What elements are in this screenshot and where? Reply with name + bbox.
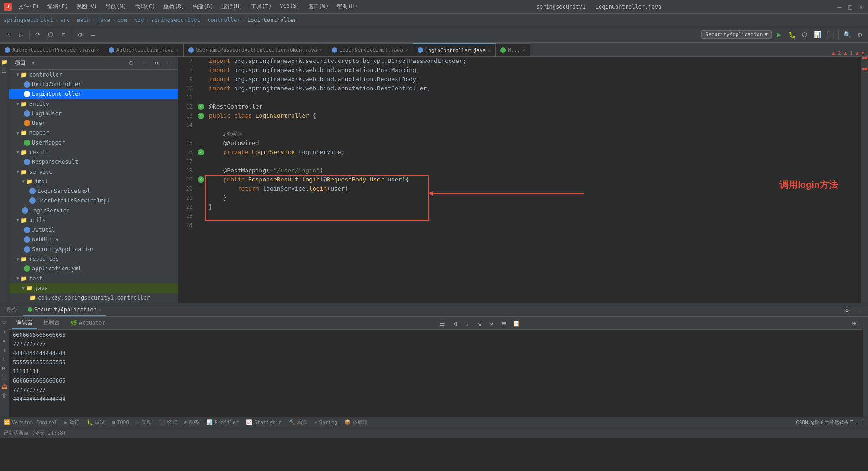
menu-vcs[interactable]: VCS(S) bbox=[276, 2, 303, 11]
menu-navigate[interactable]: 导航(N) bbox=[102, 2, 130, 11]
tree-item-test[interactable]: ▼ 📁 test bbox=[9, 274, 178, 283]
menu-file[interactable]: 文件(F) bbox=[15, 2, 43, 11]
tree-item-utils[interactable]: ▼ 📁 utils bbox=[9, 215, 178, 225]
debug-settings-btn[interactable]: ⚙ bbox=[842, 305, 852, 316]
menu-view[interactable]: 视图(V) bbox=[73, 2, 101, 11]
tree-item-responseresult[interactable]: ResponseResult bbox=[9, 157, 178, 167]
tree-item-entity[interactable]: ▼ 📁 entity bbox=[9, 99, 178, 109]
tree-item-webutils[interactable]: WebUtils bbox=[9, 235, 178, 244]
menu-build[interactable]: 构建(B) bbox=[189, 2, 217, 11]
tree-item-java[interactable]: ▼ 📁 java bbox=[9, 283, 178, 293]
tab-logincontroller[interactable]: LoginController.java ✕ bbox=[413, 43, 496, 56]
close-button[interactable]: ✕ bbox=[858, 4, 864, 10]
stop-button[interactable]: ⬛ bbox=[825, 29, 836, 40]
status-spring[interactable]: ⚡ Spring bbox=[314, 419, 337, 425]
debug-up-icon[interactable]: ↑ bbox=[1, 328, 8, 335]
tab-close[interactable]: ✕ bbox=[405, 47, 408, 52]
debug-close-btn[interactable]: — bbox=[854, 305, 865, 316]
tab-loginserviceimpl[interactable]: LoginServiceImpl.java ✕ bbox=[327, 43, 413, 56]
status-run[interactable]: ▶ 运行 bbox=[64, 419, 79, 426]
tree-item-loginservice[interactable]: LoginService bbox=[9, 206, 178, 215]
tree-item-securityapp[interactable]: SecurityApplication bbox=[9, 244, 178, 254]
breadcrumb-item[interactable]: xzy bbox=[134, 17, 144, 23]
sidebar-close-btn[interactable]: — bbox=[164, 57, 175, 68]
tab-authentication[interactable]: Authentication.java ✕ bbox=[104, 43, 184, 56]
structure-icon[interactable]: ☰ bbox=[1, 67, 8, 75]
tab-close[interactable]: ✕ bbox=[319, 47, 322, 52]
debug-eval-btn[interactable]: ≡ bbox=[498, 318, 509, 329]
tree-item-hellocontroller[interactable]: HelloController bbox=[9, 79, 178, 89]
tree-item-service[interactable]: ▼ 📁 service bbox=[9, 167, 178, 176]
debug-export-icon[interactable]: 📤 bbox=[1, 383, 8, 390]
sidebar-dropdown[interactable]: ▼ bbox=[32, 61, 35, 66]
status-profiler[interactable]: 📊 Profiler bbox=[206, 419, 239, 425]
breadcrumb-item-active[interactable]: LoginController bbox=[247, 17, 297, 23]
tree-item-applicationyml[interactable]: application.yml bbox=[9, 264, 178, 274]
tree-item-resources[interactable]: ▼ 📁 resources bbox=[9, 254, 178, 264]
breadcrumb-item[interactable]: springsecurity1 bbox=[4, 17, 53, 23]
debug-filter-btn[interactable]: ☰ bbox=[437, 318, 448, 329]
status-problems[interactable]: ⚠ 问题 bbox=[136, 419, 152, 426]
menu-edit[interactable]: 编辑(E) bbox=[44, 2, 72, 11]
toolbar-settings-btn[interactable]: ⚙ bbox=[75, 29, 86, 40]
tab-authprovider[interactable]: AuthenticationProvider.java ✕ bbox=[0, 43, 104, 56]
sidebar-expand-btn[interactable]: ⬡ bbox=[125, 57, 136, 68]
breadcrumb-item[interactable]: springsecurity1 bbox=[151, 17, 200, 23]
tree-item-controller-pkg[interactable]: 📁 com.xzy.springsecurity1.controller bbox=[9, 293, 178, 303]
console-tab[interactable]: 控制台 bbox=[39, 317, 64, 329]
menu-code[interactable]: 代码(C) bbox=[131, 2, 159, 11]
debug-stop-icon[interactable]: ⬛ bbox=[1, 373, 8, 381]
toolbar-minimize-btn[interactable]: — bbox=[88, 29, 99, 40]
tree-item-result[interactable]: ▼ 📁 result bbox=[9, 147, 178, 157]
actuator-tab[interactable]: 🌿 Actuator bbox=[66, 317, 110, 329]
toolbar-back-btn[interactable]: ◁ bbox=[3, 29, 14, 40]
breadcrumb-item[interactable]: controller bbox=[207, 17, 240, 23]
tree-item-controller[interactable]: ▼ 📁 controller bbox=[9, 70, 178, 79]
coverage-button[interactable]: ⬡ bbox=[799, 29, 810, 40]
debug-step-icon[interactable]: ▶ bbox=[1, 337, 8, 344]
run-button[interactable]: ▶ bbox=[774, 29, 784, 40]
breadcrumb-item[interactable]: src bbox=[60, 17, 70, 23]
tree-item-userdetailsserviceimpl[interactable]: UserDetailsServiceImpl bbox=[9, 196, 178, 206]
tab-close[interactable]: ✕ bbox=[96, 47, 99, 52]
tree-item-loginuser[interactable]: LoginUser bbox=[9, 109, 178, 118]
breadcrumb-item[interactable]: java bbox=[97, 17, 110, 23]
status-dependencies[interactable]: 📦 依赖项 bbox=[345, 419, 368, 426]
sidebar-settings-btn[interactable]: ⚙ bbox=[151, 57, 162, 68]
breadcrumb-item[interactable]: com bbox=[117, 17, 127, 23]
debug-restart-icon[interactable]: ⟳ bbox=[1, 319, 8, 326]
search-button[interactable]: 🔍 bbox=[842, 29, 852, 40]
tab-upat[interactable]: UsernamePasswordAuthenticationToken.java… bbox=[184, 43, 327, 56]
tree-item-usermapper[interactable]: UserMapper bbox=[9, 138, 178, 147]
menu-help[interactable]: 帮助(H) bbox=[333, 2, 361, 11]
tree-item-user[interactable]: User bbox=[9, 118, 178, 128]
minimize-button[interactable]: — bbox=[836, 4, 842, 10]
menu-tools[interactable]: 工具(T) bbox=[247, 2, 276, 11]
debug-tab-app[interactable]: SecurityApplication ✕ bbox=[23, 304, 106, 316]
status-build[interactable]: 🔨 构建 bbox=[289, 419, 307, 426]
status-services[interactable]: ◎ 服务 bbox=[184, 419, 199, 426]
debug-step-over-btn[interactable]: ↓ bbox=[461, 318, 472, 329]
tree-item-loginserviceimpl[interactable]: LoginServiceImpl bbox=[9, 186, 178, 196]
maximize-button[interactable]: □ bbox=[847, 4, 853, 10]
debug-next-icon[interactable]: ⏭ bbox=[1, 364, 8, 372]
status-todo[interactable]: ≡ TODO bbox=[112, 419, 129, 425]
debugger-tab[interactable]: 调试器 bbox=[12, 317, 37, 329]
toolbar-sync-btn[interactable]: ⟳ bbox=[32, 29, 43, 40]
toolbar-collapse-btn[interactable]: ⊟ bbox=[58, 29, 69, 40]
debug-button[interactable]: 🐛 bbox=[786, 29, 797, 40]
debug-step-out-btn[interactable]: ↗ bbox=[486, 318, 497, 329]
menu-refactor[interactable]: 重构(R) bbox=[160, 2, 188, 11]
profiler-button[interactable]: 📊 bbox=[812, 29, 823, 40]
tree-item-mapper[interactable]: ▼ 📁 mapper bbox=[9, 128, 178, 138]
tree-item-logincontroller[interactable]: LoginController bbox=[9, 89, 178, 99]
tab-close[interactable]: ✕ bbox=[176, 47, 179, 52]
settings-right-btn[interactable]: ⚙ bbox=[854, 29, 865, 40]
debug-layout-btn[interactable]: ⊞ bbox=[849, 318, 860, 329]
tree-item-jwtutil[interactable]: JwtUtil bbox=[9, 225, 178, 235]
menu-run[interactable]: 运行(U) bbox=[218, 2, 246, 11]
tab-close[interactable]: ✕ bbox=[488, 48, 491, 53]
status-version-control[interactable]: 🔀 Version Control bbox=[4, 419, 57, 425]
status-debug[interactable]: 🐛 调试 bbox=[87, 419, 105, 426]
debug-pause-icon[interactable]: ⏸ bbox=[1, 355, 8, 362]
